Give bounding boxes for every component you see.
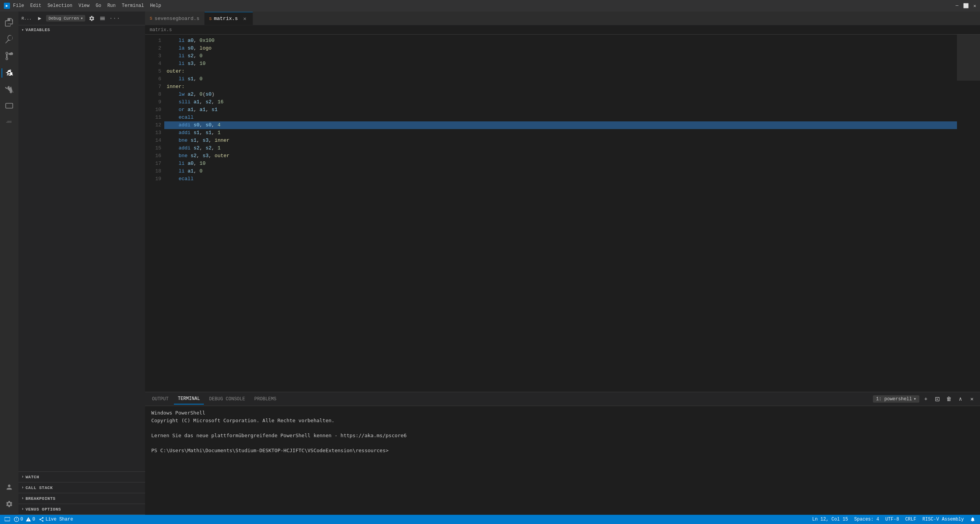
line-ending-text: CRLF bbox=[905, 517, 916, 522]
menu-terminal[interactable]: Terminal bbox=[122, 3, 144, 8]
split-terminal-button[interactable] bbox=[932, 394, 942, 404]
cursor-position[interactable]: Ln 12, Col 15 bbox=[812, 517, 848, 522]
warning-count: 0 bbox=[32, 517, 35, 522]
tab-debug-console[interactable]: DEBUG CONSOLE bbox=[205, 394, 249, 405]
code-line-7: inner: bbox=[164, 83, 957, 91]
spaces-text: Spaces: 4 bbox=[854, 517, 879, 522]
minimap bbox=[957, 35, 980, 392]
line-numbers: 12345 678910 1112131415 16171819 bbox=[145, 35, 164, 392]
remote-status[interactable] bbox=[5, 517, 10, 522]
add-terminal-button[interactable]: + bbox=[921, 394, 931, 404]
terminal-instance-dropdown[interactable]: 1: powershell ▾ bbox=[873, 395, 919, 403]
variables-header[interactable]: ▾ VARIABLES bbox=[18, 25, 145, 35]
code-line-5: outer: bbox=[164, 68, 957, 75]
notifications-status[interactable] bbox=[970, 517, 975, 522]
menu-selection[interactable]: Selection bbox=[48, 3, 73, 8]
run-label: R... bbox=[21, 16, 31, 21]
terminal-line-4: Lernen Sie das neue plattformübergreifen… bbox=[151, 432, 974, 439]
language-status[interactable]: RISC-V Assembly bbox=[922, 517, 964, 522]
terminal-instance-name: 1: powershell bbox=[876, 396, 912, 402]
line-ending-status[interactable]: CRLF bbox=[905, 517, 916, 522]
editor-area: S sevensegboard.s S matrix.s ✕ matrix.s … bbox=[145, 12, 980, 515]
menu-file[interactable]: File bbox=[13, 3, 24, 8]
code-line-18: li a1, 0 bbox=[164, 167, 957, 175]
call-stack-label: CALL STACK bbox=[26, 486, 53, 490]
code-line-11: ecall bbox=[164, 114, 957, 121]
code-editor[interactable]: 12345 678910 1112131415 16171819 li a0, … bbox=[145, 35, 980, 392]
activity-bar bbox=[0, 12, 18, 515]
close-button[interactable]: ✕ bbox=[973, 3, 976, 9]
activity-search[interactable] bbox=[2, 32, 17, 47]
code-line-13: addi s1, s1, 1 bbox=[164, 129, 957, 137]
debug-config-dropdown[interactable]: Debug Curren ▾ bbox=[46, 15, 85, 22]
variables-section: ▾ VARIABLES bbox=[18, 25, 145, 471]
tab-matrix[interactable]: S matrix.s ✕ bbox=[205, 12, 253, 25]
tab-icon-sevensegboard: S bbox=[150, 16, 152, 21]
activity-extensions[interactable] bbox=[2, 82, 17, 98]
tab-output[interactable]: OUTPUT bbox=[148, 394, 172, 405]
run-debug-play-button[interactable]: ▶ bbox=[35, 14, 44, 23]
venus-options-panel[interactable]: › VENUS OPTIONS bbox=[18, 504, 145, 515]
maximize-panel-button[interactable]: ∧ bbox=[955, 394, 965, 404]
tab-close-matrix[interactable]: ✕ bbox=[242, 16, 248, 22]
tab-terminal[interactable]: TERMINAL bbox=[174, 394, 204, 405]
terminal-line-3 bbox=[151, 424, 974, 432]
variables-label: VARIABLES bbox=[26, 28, 50, 32]
activity-docker[interactable] bbox=[2, 116, 17, 131]
encoding-status[interactable]: UTF-8 bbox=[885, 517, 899, 522]
breakpoints-label: BREAKPOINTS bbox=[26, 496, 56, 501]
tab-problems[interactable]: PROBLEMS bbox=[250, 394, 280, 405]
menu-go[interactable]: Go bbox=[96, 3, 101, 8]
kill-terminal-button[interactable]: 🗑 bbox=[944, 394, 954, 404]
titlebar-menu[interactable]: File Edit Selection View Go Run Terminal… bbox=[13, 3, 161, 8]
call-stack-panel[interactable]: › CALL STACK bbox=[18, 483, 145, 493]
menu-view[interactable]: View bbox=[78, 3, 89, 8]
error-count: 0 bbox=[20, 517, 23, 522]
code-line-17: li a0, 10 bbox=[164, 160, 957, 167]
terminal-panel: OUTPUT TERMINAL DEBUG CONSOLE PROBLEMS 1… bbox=[145, 392, 980, 515]
venus-label: VENUS OPTIONS bbox=[26, 507, 61, 512]
status-right: Ln 12, Col 15 Spaces: 4 UTF-8 CRLF RISC-… bbox=[812, 517, 975, 522]
watch-label: WATCH bbox=[26, 475, 40, 479]
more-options-button[interactable]: ··· bbox=[109, 15, 120, 22]
window-controls[interactable]: — ⬜ ✕ bbox=[956, 3, 976, 9]
code-line-10: or a1, a1, s1 bbox=[164, 106, 957, 114]
debug-more-views-button[interactable] bbox=[98, 14, 107, 23]
code-line-9: slli a1, s2, 16 bbox=[164, 98, 957, 106]
terminal-content[interactable]: Windows PowerShell Copyright (C) Microso… bbox=[145, 406, 980, 515]
breadcrumb: matrix.s bbox=[145, 25, 980, 35]
error-status[interactable]: 0 0 bbox=[14, 517, 35, 522]
code-line-8: lw a2, 0(s0) bbox=[164, 91, 957, 98]
activity-remote[interactable] bbox=[2, 99, 17, 114]
menu-help[interactable]: Help bbox=[150, 3, 161, 8]
tab-icon-matrix: S bbox=[209, 17, 212, 21]
menu-edit[interactable]: Edit bbox=[30, 3, 41, 8]
minimize-button[interactable]: — bbox=[956, 3, 959, 9]
activity-account[interactable] bbox=[2, 479, 17, 495]
activity-explorer[interactable] bbox=[2, 15, 17, 30]
watch-panel[interactable]: › WATCH bbox=[18, 472, 145, 483]
tab-sevensegboard[interactable]: S sevensegboard.s bbox=[145, 12, 205, 25]
live-share-status[interactable]: Live Share bbox=[39, 517, 73, 522]
venus-arrow: › bbox=[21, 507, 24, 511]
settings-button[interactable] bbox=[88, 14, 96, 23]
code-line-19: ecall bbox=[164, 175, 957, 183]
maximize-button[interactable]: ⬜ bbox=[963, 3, 969, 9]
code-line-12: addi s0, s0, 4 bbox=[164, 121, 957, 129]
titlebar: ▶ File Edit Selection View Go Run Termin… bbox=[0, 0, 980, 12]
menu-run[interactable]: Run bbox=[107, 3, 116, 8]
breadcrumb-path: matrix.s bbox=[150, 27, 172, 33]
activity-source-control[interactable] bbox=[2, 48, 17, 64]
close-panel-button[interactable]: ✕ bbox=[967, 394, 977, 404]
terminal-label: TERMINAL bbox=[178, 396, 200, 401]
code-lines: li a0, 0x100 la s0, logo li s2, 0 li s3,… bbox=[164, 35, 957, 392]
terminal-prompt: PS C:\Users\Mathi\Documents\Studium-DESK… bbox=[151, 447, 974, 454]
breakpoints-panel[interactable]: › BREAKPOINTS bbox=[18, 493, 145, 504]
activity-debug[interactable] bbox=[2, 65, 17, 81]
spaces-status[interactable]: Spaces: 4 bbox=[854, 517, 879, 522]
activity-settings[interactable] bbox=[2, 496, 17, 512]
tab-bar: S sevensegboard.s S matrix.s ✕ bbox=[145, 12, 980, 25]
chevron-down-icon: ▾ bbox=[81, 16, 83, 21]
output-label: OUTPUT bbox=[152, 396, 169, 402]
main-layout: R... ▶ Debug Curren ▾ ··· ▾ VARIABLES bbox=[0, 12, 980, 515]
